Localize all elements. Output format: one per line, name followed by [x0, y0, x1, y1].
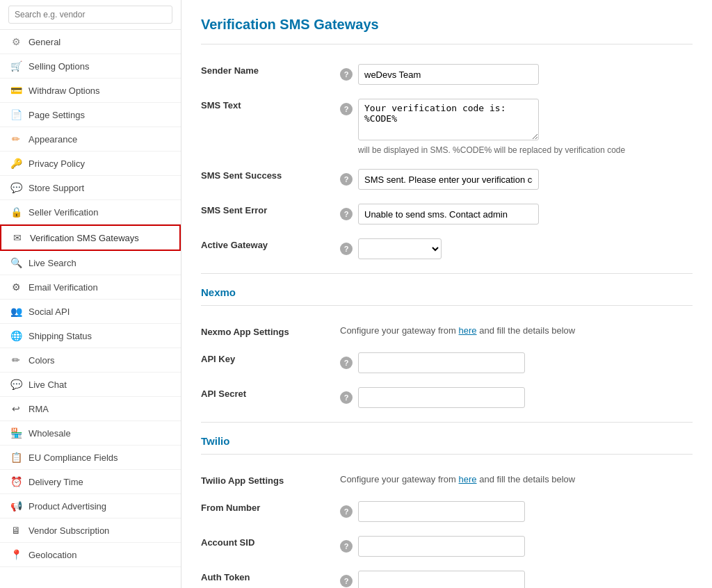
live-chat-icon: 💬 [10, 379, 22, 390]
sidebar-item-label-social-api: Social API [29, 307, 70, 317]
sms-error-field-row: ? [340, 204, 693, 224]
main-content: Verification SMS Gateways Sender Name ? [181, 0, 712, 588]
sidebar-item-label-product-advertising: Product Advertising [29, 501, 106, 512]
nexmo-settings-desc: Configure your gateway from here and fil… [340, 320, 575, 341]
twilio-auth-token-input[interactable] [358, 571, 525, 588]
sidebar-item-label-eu-compliance: EU Compliance Fields [29, 452, 118, 463]
sms-success-label: SMS Sent Success [201, 162, 340, 197]
sidebar-item-live-chat[interactable]: 💬Live Chat [0, 373, 181, 397]
sms-text-input[interactable]: Your verification code is: %CODE% [358, 99, 539, 140]
sidebar-item-withdraw-options[interactable]: 💳Withdraw Options [0, 79, 181, 103]
sidebar-nav: ⚙General🛒Selling Options💳Withdraw Option… [0, 30, 181, 567]
vendor-subscription-icon: 🖥 [10, 525, 22, 536]
sidebar-item-label-email-verification: Email Verification [29, 282, 98, 293]
sms-text-help-icon[interactable]: ? [340, 103, 353, 115]
twilio-from-number-input[interactable] [358, 501, 525, 522]
twilio-auth-token-help-icon[interactable]: ? [340, 575, 353, 587]
wholesale-icon: 🏪 [10, 427, 22, 439]
sidebar-item-general[interactable]: ⚙General [0, 30, 181, 54]
nexmo-form-table: Nexmo App Settings Configure your gatewa… [201, 318, 693, 415]
sms-success-row: SMS Sent Success ? [201, 162, 693, 197]
nexmo-api-key-help-icon[interactable]: ? [340, 357, 353, 369]
sidebar-item-label-wholesale: Wholesale [29, 428, 71, 439]
sidebar-item-label-live-chat: Live Chat [29, 379, 67, 390]
geolocation-icon: 📍 [10, 549, 22, 560]
sidebar-item-appearance[interactable]: ✏Appearance [0, 127, 181, 152]
sidebar-item-label-verification-sms-gateways: Verification SMS Gateways [30, 233, 139, 243]
sidebar-item-rma[interactable]: ↩RMA [0, 397, 181, 421]
sms-error-input[interactable] [358, 204, 539, 224]
sidebar-item-wholesale[interactable]: 🏪Wholesale [0, 421, 181, 446]
withdraw-options-icon: 💳 [10, 85, 22, 96]
sidebar-item-email-verification[interactable]: ⚙Email Verification [0, 275, 181, 300]
sms-error-help-icon[interactable]: ? [340, 208, 353, 220]
active-gateway-select[interactable] [358, 238, 442, 259]
sms-success-input[interactable] [358, 169, 539, 190]
sidebar-item-page-settings[interactable]: 📄Page Settings [0, 103, 181, 127]
sidebar-item-geolocation[interactable]: 📍Geolocation [0, 543, 181, 567]
sidebar-item-social-api[interactable]: 👥Social API [0, 300, 181, 324]
sidebar-item-label-rma: RMA [29, 404, 49, 414]
sidebar-item-live-search[interactable]: 🔍Live Search [0, 251, 181, 275]
twilio-from-number-help-icon[interactable]: ? [340, 505, 353, 518]
privacy-policy-icon: 🔑 [10, 158, 22, 169]
nexmo-section-title: Nexmo [201, 286, 693, 298]
sender-name-input[interactable] [358, 64, 539, 85]
sidebar-item-delivery-time[interactable]: ⏰Delivery Time [0, 470, 181, 494]
sidebar-item-shipping-status[interactable]: 🌐Shipping Status [0, 324, 181, 348]
twilio-account-sid-input[interactable] [358, 536, 525, 557]
sidebar-item-label-geolocation: Geolocation [29, 550, 76, 560]
sidebar-item-label-live-search: Live Search [29, 258, 76, 268]
active-gateway-help-icon[interactable]: ? [340, 243, 353, 255]
sidebar-item-colors[interactable]: ✏Colors [0, 348, 181, 373]
twilio-account-sid-label: Account SID [201, 529, 340, 564]
twilio-auth-token-field-row: ? [340, 571, 693, 588]
sidebar-item-label-privacy-policy: Privacy Policy [29, 158, 85, 169]
sidebar-item-label-page-settings: Page Settings [29, 110, 85, 120]
nexmo-api-secret-field-row: ? [340, 387, 693, 408]
twilio-here-link[interactable]: here [459, 474, 477, 484]
twilio-section-title: Twilio [201, 435, 693, 447]
seller-verification-icon: 🔒 [10, 206, 22, 218]
twilio-form-table: Twilio App Settings Configure your gatew… [201, 467, 693, 588]
sidebar-item-seller-verification[interactable]: 🔒Seller Verification [0, 200, 181, 224]
sms-text-label: SMS Text [201, 92, 340, 162]
sidebar-search-container [0, 0, 181, 30]
nexmo-divider [201, 273, 693, 274]
sms-success-help-icon[interactable]: ? [340, 173, 353, 186]
main-form-table: Sender Name ? SMS Text ? [201, 57, 693, 266]
sidebar-item-label-appearance: Appearance [29, 134, 77, 145]
sidebar-item-label-colors: Colors [29, 355, 55, 366]
nexmo-api-secret-help-icon[interactable]: ? [340, 391, 353, 404]
nexmo-api-secret-input[interactable] [358, 387, 525, 408]
nexmo-api-key-input[interactable] [358, 352, 525, 373]
search-input[interactable] [8, 6, 172, 24]
eu-compliance-icon: 📋 [10, 452, 22, 463]
nexmo-here-link[interactable]: here [459, 325, 477, 336]
sms-success-field-row: ? [340, 169, 693, 190]
twilio-settings-desc: Configure your gateway from here and fil… [340, 468, 575, 490]
active-gateway-label: Active Gateway [201, 231, 340, 266]
nexmo-api-key-label: API Key [201, 345, 340, 380]
twilio-app-settings-row: Twilio App Settings Configure your gatew… [201, 467, 693, 494]
social-api-icon: 👥 [10, 306, 22, 317]
sidebar-item-product-advertising[interactable]: 📢Product Advertising [0, 494, 181, 518]
sms-text-field-row: ? Your verification code is: %CODE% will… [340, 99, 693, 155]
divider-top [201, 44, 693, 44]
twilio-account-sid-help-icon[interactable]: ? [340, 540, 353, 553]
sidebar-item-verification-sms-gateways[interactable]: ✉Verification SMS Gateways [0, 224, 181, 251]
sender-name-help-icon[interactable]: ? [340, 68, 353, 81]
sms-text-hint: will be displayed in SMS. %CODE% will be… [358, 145, 625, 155]
sidebar-item-selling-options[interactable]: 🛒Selling Options [0, 54, 181, 79]
twilio-from-number-row: From Number ? [201, 494, 693, 529]
store-support-icon: 💬 [10, 182, 22, 193]
sidebar-item-privacy-policy[interactable]: 🔑Privacy Policy [0, 152, 181, 176]
sidebar-item-store-support[interactable]: 💬Store Support [0, 176, 181, 200]
twilio-account-sid-row: Account SID ? [201, 529, 693, 564]
twilio-divider2 [201, 454, 693, 455]
sidebar-item-vendor-subscription[interactable]: 🖥Vendor Subscription [0, 518, 181, 543]
sidebar-item-eu-compliance[interactable]: 📋EU Compliance Fields [0, 446, 181, 470]
sidebar-item-label-selling-options: Selling Options [29, 61, 89, 72]
page-title: Verification SMS Gateways [201, 17, 693, 33]
sidebar: ⚙General🛒Selling Options💳Withdraw Option… [0, 0, 181, 588]
